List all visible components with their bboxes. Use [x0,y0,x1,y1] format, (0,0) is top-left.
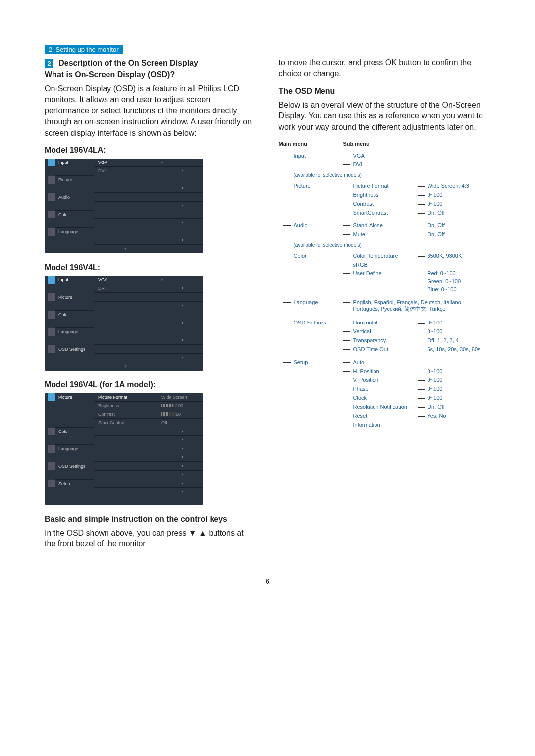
osd-menu-label: Picture [58,177,72,182]
osd-menu-icon [48,393,55,401]
tree-value: Off, 1, 2, 3, 4 [418,337,459,343]
osd-menu-icon [48,328,55,336]
osd-menu-label: Language [58,329,78,334]
tree-sub-item: Auto [343,359,491,365]
tree-value: Red: 0~100 [418,270,461,276]
tree-sub-item: User DefineRed: 0~100Green: 0~100Blue: 0… [343,270,491,292]
tree-sub-name: sRGB [353,262,418,268]
heading-model-196v4la: Model 196V4LA: [45,146,257,155]
page-number: 6 [0,577,535,615]
osd-value: Wide Screen [159,393,203,402]
tree-header-main: Main menu [279,141,343,147]
osd-menu-icon [48,428,55,435]
osd-menu-icon [48,159,55,166]
tree-value: Blue: 0~100 [418,286,461,292]
osd-sub-label [94,228,159,236]
paragraph-basic-instruction: In the OSD shown above, you can press ▼ … [45,528,257,550]
tree-sub-item: Information [343,422,491,428]
heading-description: Description of the On Screen Display [58,59,198,67]
osd-menu-icon [48,193,55,201]
tree-sub-item: Contrast0~100 [343,201,491,207]
tree-header: Main menu Sub menu [279,140,491,148]
section-number: 2 [45,59,54,68]
tree-sub-name: SmartContrast [353,210,418,216]
tree-section-input: Input VGA DVI [279,153,491,170]
tree-sub-name: Brightness [353,192,418,198]
tree-value: 0~100 [418,192,443,198]
osd-menu-label: Color [58,212,69,217]
heading-basic-instruction: Basic and simple instruction on the cont… [45,515,257,524]
tree-value: On, Off [418,404,445,410]
osd-screenshot-1: Input VGA ▸ DVI Picture Audio Color [45,159,203,253]
osd-sub-label [94,311,159,319]
osd-sub-label [94,345,159,354]
osd-sub-label [94,176,159,184]
heading-model-196v4l-1a: Model 196V4L (for 1A model): [45,380,257,389]
osd-sub-label [94,319,159,327]
paragraph-osd-menu: Below is an overall view of the structur… [279,100,491,133]
osd-menu-label: OSD Settings [58,464,86,469]
osd-sub-label [94,354,159,362]
tree-sub-item: H. Position0~100 [343,368,491,374]
osd-sub-label: DVI [94,284,159,293]
osd-menu-icon [48,480,55,487]
tree-sub-name: Mute [353,231,418,237]
tree-sub-name: Phase [353,386,418,392]
tree-note: (available for selective models) [279,172,491,178]
osd-value: Off [159,419,203,427]
heading-model-196v4l: Model 196V4L: [45,263,257,272]
osd-value: 100 [159,402,203,410]
tree-value: 6500K, 9300K [418,253,462,259]
tree-sub-name: Picture Format [353,183,418,189]
tree-sub-name: Information [353,422,418,428]
tree-header-sub: Sub menu [343,141,370,147]
tree-sub-item: VGA [343,153,491,159]
osd-menu-icon [48,462,55,470]
tree-section-audio: Audio Stand-AloneOn, Off MuteOn, Off [279,222,491,240]
tree-main-label: Color [279,253,343,295]
tree-value: Green: 0~100 [418,278,461,284]
tree-note: (available for selective models) [279,242,491,248]
osd-menu-label: Picture [58,395,72,400]
tree-value: 0~100 [418,395,443,401]
osd-menu-label: Picture [58,295,72,300]
heading-osd-menu: The OSD Menu [279,87,491,96]
osd-sub-label [94,219,159,227]
osd-sub-label: Brightness [94,402,159,410]
osd-menu-label: Color [58,312,69,317]
tree-sub-item: Vertical0~100 [343,328,491,334]
osd-menu-icon [48,276,55,284]
chevron-down-icon: ▾ [124,364,127,369]
osd-sub-label: Contrast [94,410,159,419]
tree-sub-name: Color Temperature [353,253,418,259]
osd-sub-label: SmartContrast [94,419,159,427]
osd-menu-label: Color [58,429,69,434]
tree-section-language: Language English, Español, Français, Deu… [279,299,491,316]
osd-sub-label [94,236,159,245]
tree-sub-name: Auto [353,359,418,365]
osd-menu-icon [48,311,55,319]
tree-sub-item: Color Temperature6500K, 9300K [343,253,491,259]
osd-menu-label: Language [58,446,78,451]
tree-value: 0~100 [418,368,443,374]
osd-menu-icon [48,293,55,301]
tree-section-color: Color Color Temperature6500K, 9300K sRGB… [279,253,491,295]
osd-menu-label: OSD Settings [58,347,86,352]
osd-sub-label [94,336,159,345]
chevron-right-icon: ▸ [161,277,163,282]
tree-sub-name: Horizontal [353,320,418,325]
tree-sub-item: ResetYes, No [343,413,491,419]
tree-main-label: OSD Settings [279,320,343,355]
tree-section-setup: Setup Auto H. Position0~100 V. Position0… [279,359,491,431]
tree-sub-item: MuteOn, Off [343,231,491,237]
tree-value: On, Off [418,231,445,237]
tree-value: 0~100 [418,377,443,383]
tree-value: 0~100 [418,320,443,325]
tree-sub-item: V. Position0~100 [343,377,491,383]
tree-sub-item: Stand-AloneOn, Off [343,222,491,228]
tree-sub-name: H. Position [353,368,418,374]
tree-value: On, Off [418,222,445,228]
osd-sub-label: VGA [94,276,159,284]
tree-value: 5s, 10s, 20s, 30s, 60s [418,346,481,352]
tree-sub-name: V. Position [353,377,418,383]
